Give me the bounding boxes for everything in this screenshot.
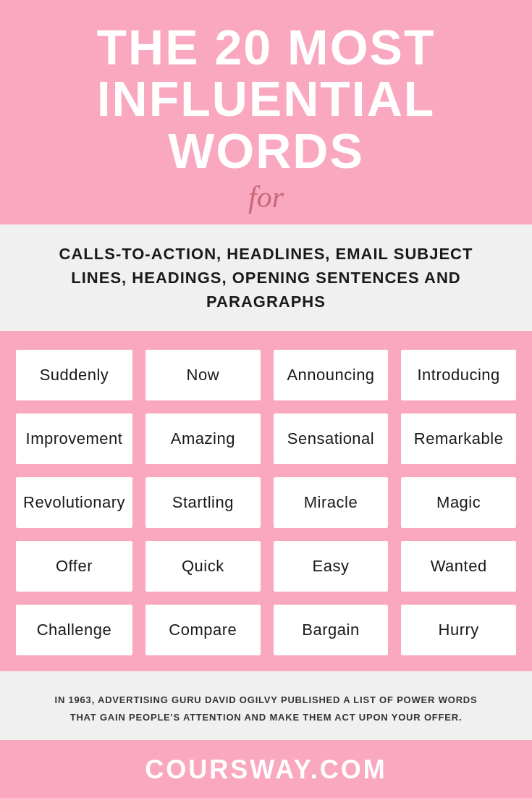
- footer-section: IN 1963, ADVERTISING GURU DAVID OGILVY P…: [0, 671, 532, 740]
- word-card: Introducing: [400, 348, 518, 402]
- word-card: Amazing: [144, 412, 262, 466]
- word-card: Compare: [144, 603, 262, 657]
- word-card: Offer: [14, 539, 134, 593]
- word-card: Sensational: [272, 412, 390, 466]
- word-card: Announcing: [272, 348, 390, 402]
- main-title: THE 20 MOST INFLUENTIAL WORDS: [14, 22, 518, 177]
- grid-section: SuddenlyNowAnnouncingIntroducingImprovem…: [0, 331, 532, 671]
- footer-description: IN 1963, ADVERTISING GURU DAVID OGILVY P…: [43, 692, 489, 726]
- word-card: Magic: [400, 476, 518, 529]
- word-card: Improvement: [14, 412, 134, 466]
- brand-section: COURSWAY.COM: [0, 740, 532, 798]
- header-section: THE 20 MOST INFLUENTIAL WORDS for: [0, 0, 532, 224]
- word-card: Now: [144, 348, 262, 402]
- word-card: Quick: [144, 539, 262, 593]
- word-card: Wanted: [400, 539, 518, 593]
- word-card: Miracle: [272, 476, 390, 529]
- word-card: Hurry: [400, 603, 518, 657]
- word-card: Remarkable: [400, 412, 518, 466]
- for-label: for: [14, 180, 518, 214]
- word-card: Revolutionary: [14, 476, 134, 529]
- word-card: Challenge: [14, 603, 134, 657]
- word-card: Easy: [272, 539, 390, 593]
- word-card: Suddenly: [14, 348, 134, 402]
- subtitle-text: CALLS-TO-ACTION, HEADLINES, EMAIL SUBJEC…: [29, 242, 503, 314]
- brand-name: COURSWAY.COM: [14, 755, 518, 785]
- title-line1: THE 20 MOST: [97, 20, 436, 75]
- title-line2: INFLUENTIAL WORDS: [97, 71, 436, 177]
- word-card: Bargain: [272, 603, 390, 657]
- word-card: Startling: [144, 476, 262, 529]
- words-grid: SuddenlyNowAnnouncingIntroducingImprovem…: [14, 348, 518, 657]
- subtitle-section: CALLS-TO-ACTION, HEADLINES, EMAIL SUBJEC…: [0, 224, 532, 331]
